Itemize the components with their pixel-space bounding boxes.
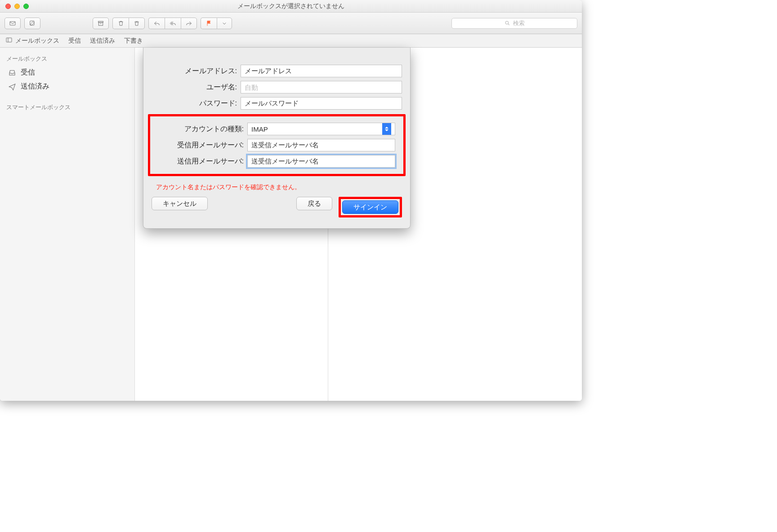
get-mail-button[interactable] bbox=[4, 18, 21, 29]
label-incoming: 受信用メールサーバ: bbox=[158, 141, 244, 150]
svg-rect-5 bbox=[6, 38, 12, 42]
flag-button[interactable] bbox=[201, 18, 217, 29]
forward-icon bbox=[185, 20, 192, 27]
archive-icon bbox=[97, 20, 104, 27]
flag-icon bbox=[205, 20, 213, 27]
input-password[interactable] bbox=[241, 97, 402, 110]
input-outgoing[interactable] bbox=[247, 155, 395, 168]
row-incoming: 受信用メールサーバ: bbox=[158, 139, 395, 151]
compose-button[interactable] bbox=[24, 18, 40, 29]
search-icon bbox=[505, 20, 510, 26]
compose-icon bbox=[29, 20, 36, 27]
row-account-type: アカウントの種類: IMAP bbox=[158, 123, 395, 135]
chevron-down-icon bbox=[221, 20, 228, 27]
row-password: パスワード: bbox=[152, 97, 402, 110]
highlight-signin: サインイン bbox=[339, 197, 402, 217]
favorites-bar: メールボックス 受信 送信済み 下書き bbox=[0, 34, 582, 48]
back-button[interactable]: 戻る bbox=[296, 197, 332, 210]
delete-button[interactable] bbox=[112, 18, 129, 29]
trash-icon bbox=[117, 20, 125, 27]
favbar-drafts[interactable]: 下書き bbox=[124, 37, 143, 45]
reply-button[interactable] bbox=[148, 18, 165, 29]
sidebar-toggle-icon bbox=[5, 36, 13, 45]
input-username[interactable] bbox=[241, 81, 402, 93]
reply-all-button[interactable] bbox=[165, 18, 181, 29]
highlight-server-section: アカウントの種類: IMAP 受信用メールサーバ: 送信用メールサーバ: bbox=[148, 114, 406, 176]
junk-button[interactable] bbox=[129, 18, 145, 29]
archive-button[interactable] bbox=[93, 18, 109, 29]
sidebar-heading-mailboxes: メールボックス bbox=[0, 52, 134, 66]
sidebar: メールボックス 受信 送信済み スマートメールボックス bbox=[0, 48, 135, 401]
sidebar-heading-smart: スマートメールボックス bbox=[0, 101, 134, 114]
signin-button[interactable]: サインイン bbox=[342, 200, 398, 214]
mail-window: メールボックスが選択されていません 検索 メールボックス 受信 送 bbox=[0, 0, 582, 401]
row-username: ユーザ名: bbox=[152, 81, 402, 93]
reply-icon bbox=[153, 20, 161, 27]
mailboxes-toggle[interactable]: メールボックス bbox=[5, 36, 59, 45]
label-password: パスワード: bbox=[152, 99, 237, 108]
paperplane-icon bbox=[8, 83, 16, 91]
updown-icon bbox=[382, 123, 391, 135]
row-email: メールアドレス: bbox=[152, 65, 402, 77]
main: メールアドレス: ユーザ名: パスワード: アカウントの種類: bbox=[135, 48, 582, 401]
toolbar: 検索 bbox=[0, 13, 582, 34]
row-outgoing: 送信用メールサーバ: bbox=[158, 155, 395, 168]
account-setup-sheet: メールアドレス: ユーザ名: パスワード: アカウントの種類: bbox=[143, 48, 411, 229]
message-list-pane: メールアドレス: ユーザ名: パスワード: アカウントの種類: bbox=[135, 48, 328, 401]
envelope-icon bbox=[9, 20, 16, 27]
inbox-icon bbox=[8, 69, 16, 77]
flag-menu-button[interactable] bbox=[217, 18, 232, 29]
reply-all-icon bbox=[170, 20, 177, 27]
error-message: アカウント名またはパスワードを確認できません。 bbox=[143, 181, 410, 192]
body: メールボックス 受信 送信済み スマートメールボックス メールアドレス: bbox=[0, 48, 582, 401]
junk-icon bbox=[133, 20, 140, 27]
forward-button[interactable] bbox=[181, 18, 197, 29]
label-username: ユーザ名: bbox=[152, 83, 237, 92]
search-placeholder: 検索 bbox=[513, 19, 525, 27]
window-title: メールボックスが選択されていません bbox=[0, 2, 582, 10]
svg-point-4 bbox=[505, 21, 509, 24]
sidebar-inbox[interactable]: 受信 bbox=[0, 66, 134, 80]
input-incoming[interactable] bbox=[247, 139, 395, 151]
select-account-type-value: IMAP bbox=[251, 125, 268, 133]
svg-rect-3 bbox=[98, 22, 103, 26]
sidebar-sent[interactable]: 送信済み bbox=[0, 80, 134, 93]
label-account-type: アカウントの種類: bbox=[158, 124, 244, 134]
cancel-button[interactable]: キャンセル bbox=[152, 197, 208, 210]
label-outgoing: 送信用メールサーバ: bbox=[158, 157, 244, 166]
label-email: メールアドレス: bbox=[152, 66, 237, 76]
search-field[interactable]: 検索 bbox=[451, 18, 577, 29]
svg-rect-0 bbox=[10, 22, 15, 25]
button-row: キャンセル 戻る サインイン bbox=[143, 192, 410, 217]
titlebar: メールボックスが選択されていません bbox=[0, 0, 582, 13]
favbar-sent[interactable]: 送信済み bbox=[90, 37, 115, 45]
select-account-type[interactable]: IMAP bbox=[247, 123, 395, 135]
input-email[interactable] bbox=[241, 65, 402, 77]
favbar-inbox[interactable]: 受信 bbox=[68, 37, 81, 45]
